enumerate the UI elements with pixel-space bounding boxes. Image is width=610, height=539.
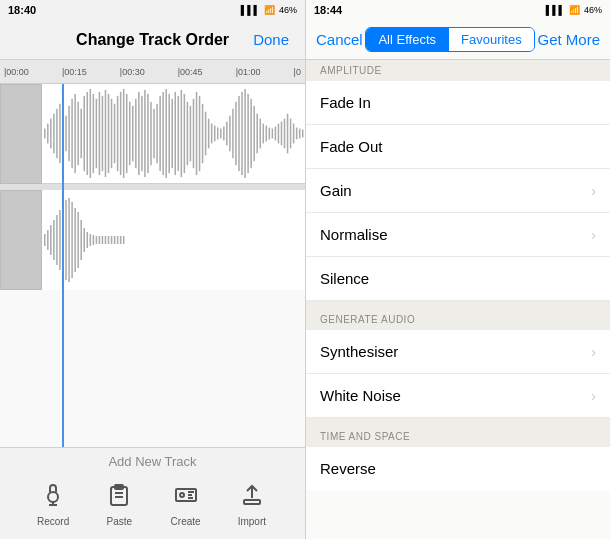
effect-name-silence: Silence xyxy=(320,270,369,287)
svg-rect-58 xyxy=(217,128,219,140)
svg-rect-35 xyxy=(147,94,149,173)
svg-rect-29 xyxy=(129,102,131,165)
effect-fade-in[interactable]: Fade In xyxy=(306,81,610,125)
svg-rect-86 xyxy=(302,130,304,138)
effect-silence[interactable]: Silence xyxy=(306,257,610,301)
svg-rect-92 xyxy=(56,215,58,265)
svg-rect-99 xyxy=(77,212,79,268)
ruler-mark-end: |0 xyxy=(294,67,301,77)
nav-bar-left: Change Track Order Done xyxy=(0,20,305,60)
tab-favourites[interactable]: Favourites xyxy=(449,28,534,51)
chevron-normalise-icon: › xyxy=(591,227,596,243)
signal-icon: ▌▌▌ xyxy=(241,5,260,15)
svg-rect-91 xyxy=(53,220,55,260)
section-gap-2 xyxy=(306,418,610,426)
create-icon xyxy=(168,477,204,513)
add-new-track-label: Add New Track xyxy=(0,454,305,469)
effect-white-noise[interactable]: White Noise › xyxy=(306,374,610,418)
ruler-marks: |00:00 |00:15 |00:30 |00:45 |01:00 |0 xyxy=(4,67,301,77)
effect-name-fade-out: Fade Out xyxy=(320,138,383,155)
tab-group: All Effects Favourites xyxy=(365,27,534,52)
svg-rect-76 xyxy=(272,129,274,139)
svg-rect-83 xyxy=(293,124,295,144)
svg-rect-23 xyxy=(111,99,113,168)
effect-gain[interactable]: Gain › xyxy=(306,169,610,213)
svg-rect-95 xyxy=(65,200,67,280)
effect-synthesiser[interactable]: Synthesiser › xyxy=(306,330,610,374)
right-panel: 18:44 ▌▌▌ 📶 46% Cancel All Effects Favou… xyxy=(305,0,610,539)
svg-rect-34 xyxy=(144,90,146,177)
svg-rect-3 xyxy=(50,119,52,149)
paste-icon xyxy=(101,477,137,513)
svg-rect-25 xyxy=(117,96,119,171)
svg-rect-31 xyxy=(135,99,137,168)
svg-rect-71 xyxy=(256,114,258,154)
svg-rect-101 xyxy=(83,228,85,252)
svg-rect-89 xyxy=(47,230,49,250)
import-icon xyxy=(234,477,270,513)
svg-point-115 xyxy=(48,492,58,502)
nav-bar-right: Cancel All Effects Favourites Get More xyxy=(306,20,610,60)
section-header-amplitude: AMPLITUDE xyxy=(306,60,610,81)
svg-rect-37 xyxy=(153,109,155,159)
ruler-mark-45: |00:45 xyxy=(178,67,203,77)
create-button[interactable]: Create xyxy=(168,477,204,527)
svg-rect-38 xyxy=(156,104,158,163)
track-row-bottom xyxy=(0,190,305,290)
svg-rect-59 xyxy=(220,129,222,139)
svg-rect-43 xyxy=(171,99,173,168)
playhead[interactable] xyxy=(62,84,64,447)
paste-button[interactable]: Paste xyxy=(101,477,137,527)
svg-rect-82 xyxy=(290,119,292,149)
svg-rect-12 xyxy=(77,102,79,165)
svg-rect-28 xyxy=(126,94,128,173)
svg-rect-18 xyxy=(96,99,98,168)
svg-rect-103 xyxy=(90,234,92,246)
svg-rect-53 xyxy=(202,104,204,163)
svg-rect-65 xyxy=(238,96,240,171)
svg-point-123 xyxy=(180,493,184,497)
toolbar-icons: Record Paste xyxy=(0,477,305,527)
top-track-content[interactable] xyxy=(42,84,305,184)
effect-fade-out[interactable]: Fade Out xyxy=(306,125,610,169)
chevron-gain-icon: › xyxy=(591,183,596,199)
get-more-button[interactable]: Get More xyxy=(537,31,600,48)
section-gap-1 xyxy=(306,301,610,309)
cancel-button[interactable]: Cancel xyxy=(316,31,363,48)
import-button[interactable]: Import xyxy=(234,477,270,527)
bottom-track-content[interactable] xyxy=(42,190,305,290)
track-row-top xyxy=(0,84,305,184)
svg-rect-4 xyxy=(53,114,55,154)
status-bar-left: 18:40 ▌▌▌ 📶 46% xyxy=(0,0,305,20)
ruler-mark-60: |01:00 xyxy=(236,67,261,77)
svg-rect-27 xyxy=(123,89,125,178)
svg-rect-45 xyxy=(178,96,180,171)
svg-rect-13 xyxy=(80,109,82,159)
effect-reverse[interactable]: Reverse xyxy=(306,447,610,490)
ruler-mark-30: |00:30 xyxy=(120,67,145,77)
svg-rect-96 xyxy=(68,198,70,282)
svg-rect-66 xyxy=(241,92,243,175)
svg-rect-36 xyxy=(150,102,152,165)
svg-rect-5 xyxy=(56,109,58,159)
svg-rect-105 xyxy=(96,236,98,244)
effect-normalise[interactable]: Normalise › xyxy=(306,213,610,257)
svg-rect-15 xyxy=(87,92,89,175)
effect-name-fade-in: Fade In xyxy=(320,94,371,111)
left-panel: 18:40 ▌▌▌ 📶 46% Change Track Order Done … xyxy=(0,0,305,539)
svg-rect-88 xyxy=(44,234,46,246)
svg-rect-74 xyxy=(266,126,268,142)
svg-rect-112 xyxy=(117,236,119,244)
bottom-toolbar: Add New Track Record xyxy=(0,447,305,539)
track-thumb-top xyxy=(0,84,42,184)
svg-rect-11 xyxy=(74,94,76,173)
svg-rect-60 xyxy=(223,127,225,141)
svg-rect-68 xyxy=(247,94,249,173)
paste-label: Paste xyxy=(107,516,133,527)
tab-all-effects[interactable]: All Effects xyxy=(366,28,448,51)
svg-rect-52 xyxy=(199,96,201,171)
svg-rect-24 xyxy=(114,104,116,163)
record-button[interactable]: Record xyxy=(35,477,71,527)
done-button[interactable]: Done xyxy=(253,31,289,48)
svg-rect-50 xyxy=(193,99,195,168)
